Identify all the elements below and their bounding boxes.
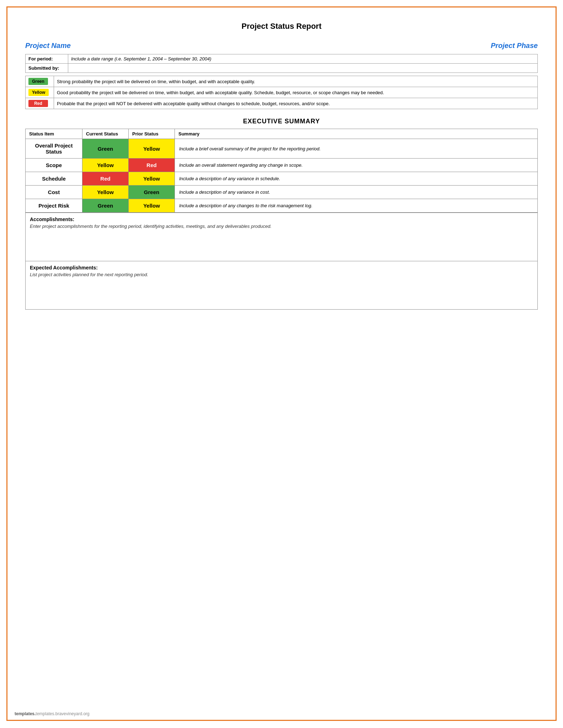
expected-accomplishments-row: Expected Accomplishments: List project a…	[26, 261, 538, 310]
red-badge: Red	[28, 100, 48, 107]
period-value: Include a date range (i.e. September 1, …	[68, 54, 538, 64]
submitted-value	[68, 64, 538, 73]
project-header: Project Name Project Phase	[25, 42, 538, 50]
exec-row-risk: Project Risk Green Yellow Include a desc…	[26, 199, 538, 213]
legend-desc-red: Probable that the project will NOT be de…	[54, 98, 538, 109]
overall-current-text: Green	[98, 146, 113, 152]
risk-prior-status: Yellow	[129, 199, 175, 213]
scope-label: Scope	[26, 159, 82, 172]
project-name-label: Project Name	[25, 42, 71, 50]
legend-row-yellow: Yellow Good probability the project will…	[26, 87, 538, 98]
legend-desc-yellow: Good probability the project will be del…	[54, 87, 538, 98]
risk-current-status: Green	[82, 199, 129, 213]
overall-summary: Include a brief overall summary of the p…	[175, 139, 538, 159]
expected-accomplishments-space	[30, 277, 533, 306]
info-row-period: For period: Include a date range (i.e. S…	[26, 54, 538, 64]
schedule-label: Schedule	[26, 172, 82, 186]
expected-accomplishments-label: Expected Accomplishments:	[30, 265, 533, 271]
page-border: Project Status Report Project Name Proje…	[6, 6, 557, 721]
footer: templates.templates.bravevineyard.org	[15, 711, 90, 716]
risk-prior-text: Yellow	[143, 203, 160, 209]
col-header-prior-status: Prior Status	[129, 129, 175, 139]
yellow-badge: Yellow	[28, 89, 49, 96]
exec-summary-table: Status Item Current Status Prior Status …	[25, 129, 538, 213]
cost-current-text: Yellow	[97, 189, 114, 195]
overall-prior-text: Yellow	[143, 146, 160, 152]
overall-current-status: Green	[82, 139, 129, 159]
accomplishments-text: Enter project accomplishments for the re…	[30, 224, 533, 229]
accomplishments-space	[30, 229, 533, 257]
exec-row-schedule: Schedule Red Yellow Include a descriptio…	[26, 172, 538, 186]
bottom-sections-table: Accomplishments: Enter project accomplis…	[25, 213, 538, 310]
legend-badge-red: Red	[26, 98, 54, 109]
risk-summary: Include a description of any changes to …	[175, 199, 538, 213]
exec-row-scope: Scope Yellow Red Include an overall stat…	[26, 159, 538, 172]
overall-project-status-label: Overall Project Status	[26, 139, 82, 159]
accomplishments-row: Accomplishments: Enter project accomplis…	[26, 213, 538, 261]
cost-label: Cost	[26, 186, 82, 199]
accomplishments-cell: Accomplishments: Enter project accomplis…	[26, 213, 538, 261]
cost-summary: Include a description of any variance in…	[175, 186, 538, 199]
schedule-prior-status: Yellow	[129, 172, 175, 186]
schedule-prior-text: Yellow	[143, 176, 160, 182]
schedule-summary: Include a description of any variance in…	[175, 172, 538, 186]
col-header-summary: Summary	[175, 129, 538, 139]
legend-row-green: Green Strong probability the project wil…	[26, 76, 538, 87]
scope-current-status: Yellow	[82, 159, 129, 172]
main-title: Project Status Report	[25, 22, 538, 31]
risk-label: Project Risk	[26, 199, 82, 213]
cost-prior-status: Green	[129, 186, 175, 199]
legend-desc-green: Strong probability the project will be d…	[54, 76, 538, 87]
info-table: For period: Include a date range (i.e. S…	[25, 54, 538, 73]
scope-current-text: Yellow	[97, 162, 114, 168]
info-row-submitted: Submitted by:	[26, 64, 538, 73]
green-badge: Green	[28, 78, 48, 85]
expected-accomplishments-text: List project activities planned for the …	[30, 272, 533, 277]
overall-prior-status: Yellow	[129, 139, 175, 159]
project-phase-label: Project Phase	[491, 42, 538, 50]
exec-table-header: Status Item Current Status Prior Status …	[26, 129, 538, 139]
footer-text: templates.bravevineyard.org	[36, 711, 89, 716]
schedule-current-status: Red	[82, 172, 129, 186]
cost-current-status: Yellow	[82, 186, 129, 199]
schedule-current-text: Red	[100, 176, 110, 182]
accomplishments-label: Accomplishments:	[30, 216, 533, 222]
exec-row-overall: Overall Project Status Green Yellow Incl…	[26, 139, 538, 159]
risk-current-text: Green	[98, 203, 113, 209]
submitted-label: Submitted by:	[26, 64, 68, 73]
col-header-status-item: Status Item	[26, 129, 82, 139]
legend-table: Green Strong probability the project wil…	[25, 76, 538, 109]
legend-row-red: Red Probable that the project will NOT b…	[26, 98, 538, 109]
scope-prior-status: Red	[129, 159, 175, 172]
exec-row-cost: Cost Yellow Green Include a description …	[26, 186, 538, 199]
period-label: For period:	[26, 54, 68, 64]
scope-summary: Include an overall statement regarding a…	[175, 159, 538, 172]
cost-prior-text: Green	[144, 189, 159, 195]
col-header-current-status: Current Status	[82, 129, 129, 139]
legend-badge-green: Green	[26, 76, 54, 87]
legend-badge-yellow: Yellow	[26, 87, 54, 98]
expected-accomplishments-cell: Expected Accomplishments: List project a…	[26, 261, 538, 310]
footer-text-bold: templates.	[15, 711, 36, 716]
scope-prior-text: Red	[146, 162, 156, 168]
exec-summary-title: EXECUTIVE SUMMARY	[25, 118, 538, 125]
